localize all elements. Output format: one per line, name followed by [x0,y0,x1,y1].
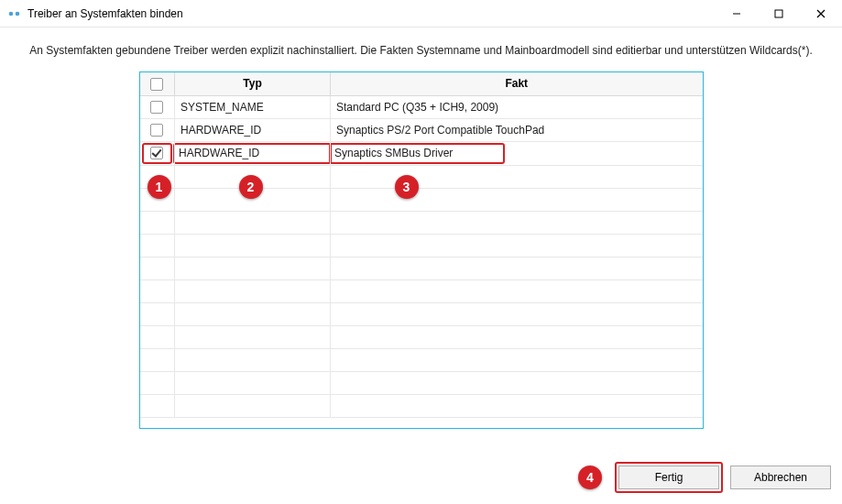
table-row-empty [140,188,703,211]
table-row[interactable]: HARDWARE_ID Synaptics SMBus Driver [140,141,703,165]
cell-typ[interactable]: HARDWARE_ID [175,118,331,141]
table-row-empty [140,211,703,234]
table-row-empty [140,325,703,348]
description-text: An Systemfakten gebundene Treiber werden… [9,44,833,57]
row-checkbox[interactable] [150,101,163,114]
cell-typ[interactable]: SYSTEM_NAME [175,95,331,118]
header-typ[interactable]: Typ [175,72,331,95]
row-checkbox[interactable] [150,124,163,137]
maximize-button[interactable] [758,0,800,27]
table-row-empty [140,234,703,257]
cell-fakt[interactable]: Synaptics PS/2 Port Compatible TouchPad [331,118,703,141]
table-row[interactable]: SYSTEM_NAME Standard PC (Q35 + ICH9, 200… [140,95,703,118]
table-row-empty [140,302,703,325]
table-row-empty [140,394,703,417]
annotation-badge-3: 3 [395,175,419,199]
minimize-button[interactable] [716,0,758,27]
cancel-button[interactable]: Abbrechen [730,466,831,489]
content-area: An Systemfakten gebundene Treiber werden… [0,27,842,429]
annotation-badge-2: 2 [239,175,263,199]
cell-fakt[interactable]: Synaptics SMBus Driver [329,143,505,164]
titlebar: Treiber an Systemfakten binden [0,0,842,27]
window-title: Treiber an Systemfakten binden [27,7,183,20]
svg-point-0 [9,11,14,16]
app-icon [7,6,22,21]
close-button[interactable] [800,0,842,27]
svg-point-1 [16,11,20,16]
header-checkbox-cell[interactable] [140,72,175,95]
table-row[interactable]: HARDWARE_ID Synaptics PS/2 Port Compatib… [140,118,703,141]
annotation-badge-1: 1 [148,175,171,199]
row-checkbox[interactable] [150,147,163,159]
cell-fakt[interactable]: Standard PC (Q35 + ICH9, 2009) [331,95,703,118]
done-button-highlight: Fertig [615,462,723,493]
facts-table: Typ Fakt SYSTEM_NAME Standard PC (Q35 + … [139,71,704,429]
header-fakt[interactable]: Fakt [331,72,703,95]
table-header-row: Typ Fakt [140,72,703,95]
table-row-empty [140,165,703,188]
dialog-footer: 4 Fertig Abbrechen [578,462,831,493]
table-row-empty [140,348,703,371]
done-button[interactable]: Fertig [618,466,719,489]
select-all-checkbox[interactable] [150,78,163,91]
table-row-empty [140,371,703,394]
cell-typ[interactable]: HARDWARE_ID [173,143,332,164]
table-row-empty [140,279,703,302]
table-row-empty [140,257,703,279]
annotation-badge-4: 4 [578,466,602,489]
svg-rect-3 [775,10,782,17]
